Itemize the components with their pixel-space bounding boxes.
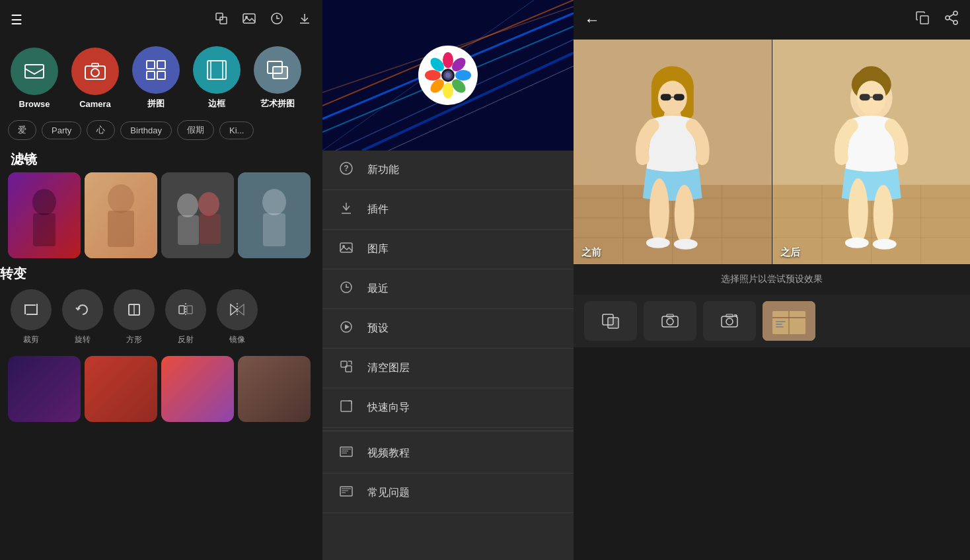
square-label: 方形 [126,334,142,345]
svg-rect-11 [157,61,165,69]
recent-icon [338,280,354,298]
tag-holiday[interactable]: 假期 [177,120,214,140]
video-tutorial-label: 视频教程 [367,446,410,460]
menu-item-recent[interactable]: 最近 [322,269,574,309]
nav-label-camera: Camera [79,99,111,109]
svg-point-60 [445,73,451,78]
svg-point-27 [198,192,219,216]
transform-reflect[interactable]: 反射 [165,289,206,345]
bottom-photo-1[interactable] [8,356,81,422]
menu-item-new-features[interactable]: ? 新功能 [322,151,574,190]
svg-rect-2 [243,14,255,23]
presets-label: 预设 [367,322,389,335]
svg-rect-14 [207,61,226,79]
menu-item-plugins[interactable]: 插件 [322,190,574,230]
svg-text:?: ? [344,164,348,173]
filter-photo-2[interactable] [85,172,157,258]
nav-item-biankuang[interactable]: 边框 [193,46,241,110]
layers-icon[interactable] [214,11,229,29]
svg-rect-15 [211,61,223,79]
history-icon[interactable] [270,11,284,29]
crop-circle [11,289,52,330]
back-button[interactable]: ← [584,11,600,29]
menu-item-gallery[interactable]: 图库 [322,230,574,269]
nav-label-pinjie: 拼图 [147,98,165,110]
gallery-icon [338,240,354,258]
menu-item-quick-guide[interactable]: 快速向导 [322,388,574,428]
transform-mirror[interactable]: 镜像 [217,289,258,345]
nav-label-browse: Browse [19,99,50,109]
svg-rect-64 [340,243,352,252]
svg-point-128 [872,239,896,250]
svg-rect-13 [157,71,165,79]
svg-point-132 [667,318,673,325]
faq-label: 常见问题 [367,486,410,500]
filter-photo-1[interactable] [8,172,81,258]
svg-point-106 [650,178,669,244]
svg-marker-68 [345,324,350,330]
menu-item-video-tutorial[interactable]: 视频教程 [322,434,574,473]
svg-point-50 [443,52,453,68]
nav-item-camera[interactable]: Camera [71,48,119,109]
tag-ai[interactable]: 爱 [8,120,36,140]
svg-rect-130 [608,318,618,328]
bottom-camera-action[interactable] [644,301,696,341]
right-toolbar-actions [914,10,959,29]
tag-ki[interactable]: Ki... [219,122,254,139]
transform-rotate[interactable]: 旋转 [62,289,103,345]
svg-rect-23 [108,211,134,247]
before-after-preview: 之前 [574,40,970,264]
nav-label-biankuang: 边框 [208,98,225,110]
svg-point-85 [953,11,957,15]
tag-heart[interactable]: 心 [87,120,115,140]
download-icon[interactable] [297,11,312,29]
image-icon[interactable] [242,11,256,29]
after-pane: 之后 [772,40,971,264]
svg-rect-143 [776,321,786,322]
svg-point-54 [443,83,453,98]
tag-party[interactable]: Party [42,122,81,139]
menu-item-presets[interactable]: 预设 [322,309,574,349]
menu-item-clear-layers[interactable]: 清空图层 [322,349,574,388]
transform-square[interactable]: 方形 [114,289,155,345]
svg-rect-17 [273,67,287,79]
bottom-thumbnail[interactable] [763,301,815,341]
svg-rect-122 [859,94,870,100]
menu-list: ? 新功能 插件 图库 [322,151,574,513]
svg-rect-76 [340,447,352,456]
bottom-browse-action[interactable] [584,301,637,341]
nav-item-browse[interactable]: Browse [11,48,58,109]
before-photo [574,40,772,264]
new-features-icon: ? [338,161,354,179]
hamburger-icon[interactable]: ☰ [11,12,22,28]
bottom-photo-2[interactable] [85,356,157,422]
gallery-label: 图库 [367,242,389,256]
camera-circle [71,48,119,95]
nav-item-pinjie[interactable]: 拼图 [132,46,180,110]
filter-photo-4[interactable] [238,172,311,258]
menu-divider [322,431,574,431]
filter-photo-3[interactable] [161,172,234,258]
nav-item-art[interactable]: 艺术拼图 [254,46,301,110]
svg-rect-36 [187,306,192,314]
bottom-settings-action[interactable] [703,301,756,341]
svg-point-25 [177,193,198,217]
svg-line-89 [950,15,954,17]
hint-text: 选择照片以尝试预设效果 [574,264,970,295]
bottom-photo-3[interactable] [161,356,234,422]
quick-guide-icon [338,399,354,417]
bottom-photo-4[interactable] [238,356,311,422]
rotate-circle [62,289,103,330]
menu-item-faq[interactable]: 常见问题 [322,473,574,513]
app-logo [418,46,478,105]
svg-line-88 [950,19,954,22]
tags-row: 爱 Party 心 Birthday 假期 Ki... [0,116,322,144]
copy-icon[interactable] [914,10,930,29]
share-icon[interactable] [944,10,959,29]
tag-birthday[interactable]: Birthday [120,122,172,139]
transform-crop[interactable]: 裁剪 [11,289,52,345]
svg-point-108 [646,238,670,248]
transform-title: 转变 [0,258,322,289]
square-circle [114,289,155,330]
svg-rect-10 [147,61,155,69]
